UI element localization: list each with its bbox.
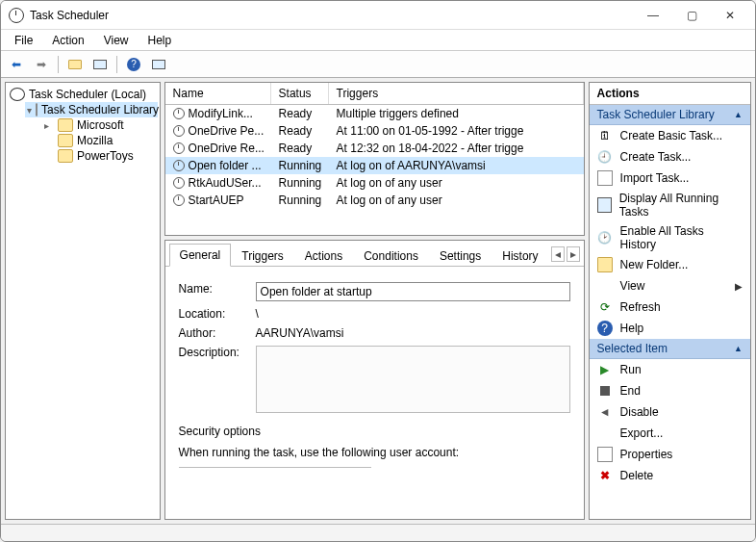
task-trigger: At 11:00 on 01-05-1992 - After trigge: [329, 123, 584, 139]
expand-icon[interactable]: ▸: [44, 120, 54, 131]
task-name: Open folder ...: [189, 159, 262, 172]
clock-icon: [173, 142, 185, 154]
tab-triggers[interactable]: Triggers: [231, 245, 294, 267]
task-trigger: At 12:32 on 18-04-2022 - After trigge: [329, 141, 584, 156]
navigation-tree[interactable]: Task Scheduler (Local) ▾ Task Scheduler …: [5, 82, 161, 520]
forward-button[interactable]: ➡: [30, 54, 53, 75]
task-status: Ready: [271, 123, 329, 139]
task-row[interactable]: ModifyLink...ReadyMultiple triggers defi…: [165, 105, 584, 122]
view-toolbar-button[interactable]: [147, 54, 170, 75]
back-button[interactable]: ⬅: [5, 54, 28, 75]
up-level-button[interactable]: [63, 54, 87, 75]
divider: [179, 467, 371, 468]
blank-icon: [597, 278, 613, 294]
actions-pane: Actions Task Scheduler Library ▲ 🗓Create…: [589, 82, 751, 520]
menu-action[interactable]: Action: [44, 32, 91, 49]
col-status[interactable]: Status: [271, 83, 329, 104]
name-field[interactable]: [256, 282, 570, 301]
detail-tabs: General Triggers Actions Conditions Sett…: [165, 241, 584, 267]
tab-history[interactable]: History: [491, 245, 548, 267]
panes-button[interactable]: [88, 54, 112, 75]
action-delete[interactable]: ✖Delete: [590, 465, 750, 486]
help-icon: ?: [597, 321, 613, 336]
folder-up-icon: [68, 60, 82, 69]
tab-general[interactable]: General: [169, 244, 232, 267]
clock-icon: [173, 108, 185, 119]
task-row[interactable]: Open folder ...RunningAt log on of AARUN…: [165, 157, 584, 174]
action-end[interactable]: End: [590, 380, 750, 401]
task-name: OneDrive Re...: [189, 142, 265, 155]
toolbar: ⬅ ➡ ?: [1, 51, 755, 78]
tab-conditions[interactable]: Conditions: [353, 245, 429, 267]
accordion-label: Task Scheduler Library: [597, 108, 715, 121]
arrow-left-icon: ⬅: [12, 58, 21, 71]
tree-library[interactable]: ▾ Task Scheduler Library: [25, 102, 158, 117]
task-row[interactable]: OneDrive Re...ReadyAt 12:32 on 18-04-202…: [165, 140, 584, 157]
clock-icon: [173, 160, 185, 171]
separator: [58, 56, 59, 73]
task-name: RtkAudUSer...: [189, 176, 262, 190]
play-icon: ▶: [597, 362, 613, 377]
accordion-head-selected[interactable]: Selected Item ▲: [590, 339, 750, 359]
tree-node-label: Microsoft: [77, 118, 124, 132]
action-view[interactable]: View▶: [590, 275, 750, 297]
folder-icon: [58, 134, 73, 147]
menu-file[interactable]: File: [7, 32, 40, 49]
tree-root[interactable]: Task Scheduler (Local): [8, 87, 158, 102]
menu-view[interactable]: View: [96, 32, 137, 49]
help-icon: ?: [127, 58, 140, 71]
task-list-header: Name Status Triggers: [165, 83, 584, 105]
task-row[interactable]: RtkAudUSer...RunningAt log on of any use…: [165, 174, 584, 192]
action-display-running[interactable]: Display All Running Tasks: [590, 189, 750, 221]
actions-title: Actions: [590, 83, 750, 105]
action-create-basic[interactable]: 🗓Create Basic Task...: [590, 125, 750, 146]
action-new-folder[interactable]: New Folder...: [590, 254, 750, 275]
tree-node-microsoft[interactable]: ▸ Microsoft: [42, 117, 158, 133]
action-disable[interactable]: ◄Disable: [590, 401, 750, 423]
minimize-button[interactable]: —: [634, 3, 672, 28]
tab-scroll-left[interactable]: ◂: [551, 246, 565, 262]
task-list-body: ModifyLink...ReadyMultiple triggers defi…: [165, 105, 584, 209]
action-create-task[interactable]: 🕘Create Task...: [590, 146, 750, 168]
help-toolbar-button[interactable]: ?: [122, 54, 145, 75]
tab-settings[interactable]: Settings: [429, 245, 491, 267]
action-refresh[interactable]: ⟳Refresh: [590, 297, 750, 318]
col-name[interactable]: Name: [165, 83, 271, 104]
task-icon: 🕘: [597, 149, 613, 165]
action-help-library[interactable]: ?Help: [590, 318, 750, 339]
expand-icon[interactable]: ▾: [27, 105, 32, 116]
folder-icon: [58, 149, 73, 163]
tree-node-powertoys[interactable]: PowerToys: [42, 148, 158, 164]
action-enable-history[interactable]: 🕑Enable All Tasks History: [590, 221, 750, 254]
description-box[interactable]: [256, 346, 570, 413]
action-run[interactable]: ▶Run: [590, 359, 750, 380]
task-list[interactable]: Name Status Triggers ModifyLink...ReadyM…: [164, 82, 585, 236]
tab-actions[interactable]: Actions: [294, 245, 353, 267]
clock-icon: [173, 125, 185, 137]
view-icon: [152, 60, 165, 69]
close-button[interactable]: ✕: [711, 3, 749, 28]
accordion-head-library[interactable]: Task Scheduler Library ▲: [590, 105, 750, 125]
author-label: Author:: [179, 326, 256, 340]
panes-icon: [93, 60, 107, 69]
action-import-task[interactable]: Import Task...: [590, 168, 750, 189]
menu-help[interactable]: Help: [140, 32, 180, 49]
tree-node-mozilla[interactable]: Mozilla: [42, 133, 158, 148]
task-row[interactable]: OneDrive Pe...ReadyAt 11:00 on 01-05-199…: [165, 122, 584, 140]
col-triggers[interactable]: Triggers: [329, 83, 584, 104]
app-icon: [9, 8, 24, 23]
security-section-title: Security options: [179, 425, 570, 438]
refresh-icon: ⟳: [597, 299, 613, 315]
action-export[interactable]: Export...: [590, 423, 750, 444]
tree-node-label: PowerToys: [77, 149, 134, 163]
task-trigger: Multiple triggers defined: [329, 106, 584, 121]
clock-icon: [173, 194, 185, 206]
task-trigger: At log on of any user: [329, 193, 584, 208]
action-properties[interactable]: Properties: [590, 444, 750, 465]
task-row[interactable]: StartAUEPRunningAt log on of any user: [165, 192, 584, 209]
folder-icon: [597, 257, 613, 272]
running-icon: [597, 197, 612, 213]
tab-scroll-right[interactable]: ▸: [567, 246, 580, 262]
maximize-button[interactable]: ▢: [672, 3, 711, 28]
author-value: AARUNYA\vamsi: [256, 326, 570, 340]
